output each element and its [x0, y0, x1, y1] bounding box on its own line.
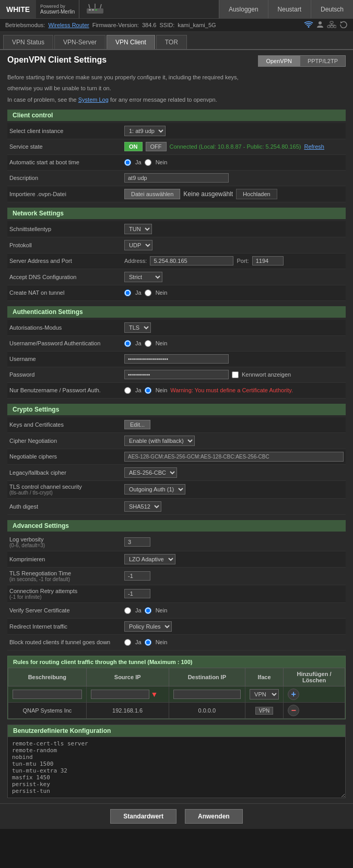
new-source-input[interactable]	[91, 690, 150, 699]
username-input[interactable]	[124, 354, 229, 364]
userpass-nein-label: Nein	[156, 340, 168, 346]
powered-by-text: Powered by	[40, 4, 75, 9]
import-label: Importiere .ovpn-Datei	[9, 191, 124, 197]
instance-select[interactable]: 1: at9 udp	[124, 126, 166, 136]
custom-config-textarea[interactable]	[8, 737, 345, 798]
tab-vpn-server[interactable]: VPN-Server	[54, 35, 105, 49]
keys-certs-value[interactable]: Edit...	[124, 420, 344, 429]
auth-digest-row: Auth digest SHA512	[7, 499, 346, 515]
dns-config-select[interactable]: Strict Relaxed Disabled	[124, 272, 162, 282]
betrieb-value[interactable]: Wireless Router	[48, 22, 89, 28]
interface-value[interactable]: TUN TAP	[124, 224, 344, 234]
server-addr-input[interactable]	[150, 256, 233, 266]
autostart-nein-radio[interactable]	[145, 159, 151, 166]
tls-control-value[interactable]: Outgoing Auth (1)	[124, 484, 344, 495]
legacy-cipher-select[interactable]: AES-256-CBC	[124, 467, 177, 478]
warning-text: Warning: You must define a Certificate A…	[170, 387, 293, 393]
firmware-label: Firmware-Version:	[92, 22, 139, 28]
tls-reneg-input[interactable]	[124, 571, 150, 581]
onlyuser-ja-radio[interactable]	[124, 387, 131, 394]
add-rule-btn[interactable]: +	[288, 689, 299, 700]
edit-btn[interactable]: Edit...	[124, 420, 150, 429]
file-none-text: Keine ausgewählt	[183, 190, 233, 198]
remove-rule-btn[interactable]: −	[288, 705, 299, 716]
auth-digest-value[interactable]: SHA512	[124, 501, 344, 512]
toggle-off-btn[interactable]: OFF	[146, 142, 167, 151]
standardwert-btn[interactable]: Standardwert	[110, 809, 176, 824]
svg-rect-2	[92, 9, 94, 10]
verify-cert-value: Ja Nein	[124, 607, 344, 614]
show-password-checkbox[interactable]	[232, 371, 239, 378]
tls-control-select[interactable]: Outgoing Auth (1)	[124, 484, 185, 495]
bottom-bar: Standardwert Anwenden	[0, 803, 353, 829]
auth-digest-label: Auth digest	[9, 503, 124, 510]
new-desc-input[interactable]	[13, 690, 82, 699]
cipher-neg-select[interactable]: Enable (with fallback) Enable Disable	[124, 436, 195, 446]
header: WHITE Powered by Asuswrt-Merlin Auslogge…	[0, 0, 353, 19]
legacy-cipher-value[interactable]: AES-256-CBC	[124, 467, 344, 478]
toggle-on-btn[interactable]: ON	[124, 142, 143, 151]
conn-retry-value[interactable]	[124, 589, 344, 598]
neustart-button[interactable]: Neustart	[268, 0, 311, 18]
description-input[interactable]	[124, 173, 229, 183]
username-label: Username	[9, 356, 124, 362]
dns-config-value[interactable]: Strict Relaxed Disabled	[124, 272, 344, 282]
col-iface: Iface	[245, 668, 284, 686]
auth-digest-select[interactable]: SHA512	[124, 501, 161, 512]
select-instance-value[interactable]: 1: at9 udp	[124, 126, 344, 136]
verifycert-ja-radio[interactable]	[124, 607, 131, 614]
verifycert-ja-label: Ja	[135, 607, 142, 613]
tls-reneg-value[interactable]	[124, 571, 344, 581]
pptp-toggle[interactable]: PPTP/L2TP	[300, 55, 346, 67]
interface-select[interactable]: TUN TAP	[124, 224, 152, 234]
redirect-select[interactable]: Policy Rules All None	[124, 621, 172, 632]
anwenden-btn[interactable]: Anwenden	[185, 809, 243, 824]
cipher-neg-value[interactable]: Enable (with fallback) Enable Disable	[124, 436, 344, 446]
refresh-link[interactable]: Refresh	[304, 143, 324, 150]
redirect-value[interactable]: Policy Rules All None	[124, 621, 344, 632]
tab-vpn-client[interactable]: VPN Client	[107, 35, 155, 49]
username-value[interactable]	[124, 354, 344, 364]
password-input[interactable]	[124, 370, 229, 379]
userpass-ja-radio[interactable]	[124, 340, 131, 347]
svg-point-8	[319, 21, 322, 25]
nat-ja-radio[interactable]	[124, 290, 131, 296]
nat-nein-radio[interactable]	[145, 290, 151, 296]
openvpn-toggle[interactable]: OpenVPN	[258, 55, 300, 67]
blockclients-nein-radio[interactable]	[145, 639, 151, 646]
verifycert-nein-radio[interactable]	[145, 607, 151, 614]
tab-vpn-status[interactable]: VPN Status	[3, 35, 53, 49]
service-state-label: Service state	[9, 143, 124, 150]
firmware-value: 384.6	[142, 22, 157, 28]
autostart-ja-radio[interactable]	[124, 159, 131, 166]
new-dest-input[interactable]	[173, 690, 241, 699]
compress-select[interactable]: LZO Adaptive	[124, 554, 175, 564]
system-log-link[interactable]: System Log	[78, 97, 109, 103]
description-value[interactable]	[124, 173, 344, 183]
log-verbose-input[interactable]	[124, 537, 150, 547]
betrieb-label: Betriebsmodus:	[5, 22, 45, 28]
auth-mode-select[interactable]: TLS	[124, 322, 151, 333]
file-select-btn[interactable]: Datei auswählen	[124, 189, 180, 199]
conn-retry-label: Connection Retry attempts (-1 for infini…	[9, 588, 124, 600]
ausloggen-button[interactable]: Ausloggen	[219, 0, 268, 18]
port-label: Port:	[237, 258, 249, 264]
upload-btn[interactable]: Hochladen	[236, 189, 277, 199]
userpass-nein-radio[interactable]	[145, 340, 151, 347]
autostart-ja-label: Ja	[135, 159, 142, 165]
source-dropdown-icon[interactable]: ▼	[150, 690, 158, 698]
language-button[interactable]: Deutsch	[311, 0, 353, 18]
new-iface-select[interactable]: VPN WAN	[250, 689, 279, 700]
tab-tor[interactable]: TOR	[156, 35, 187, 49]
blockclients-ja-radio[interactable]	[124, 639, 131, 646]
compress-value[interactable]: LZO Adaptive	[124, 554, 344, 564]
protocol-select[interactable]: UDP TCP	[124, 240, 152, 250]
protocol-value[interactable]: UDP TCP	[124, 240, 344, 250]
auth-mode-value[interactable]: TLS	[124, 322, 344, 333]
port-input[interactable]	[252, 256, 284, 266]
routing-section: Rules for routing client traffic through…	[7, 656, 346, 719]
conn-retry-input[interactable]	[124, 589, 150, 598]
svg-line-4	[89, 4, 90, 8]
onlyuser-nein-radio[interactable]	[145, 387, 151, 394]
log-verbose-value[interactable]	[124, 537, 344, 547]
